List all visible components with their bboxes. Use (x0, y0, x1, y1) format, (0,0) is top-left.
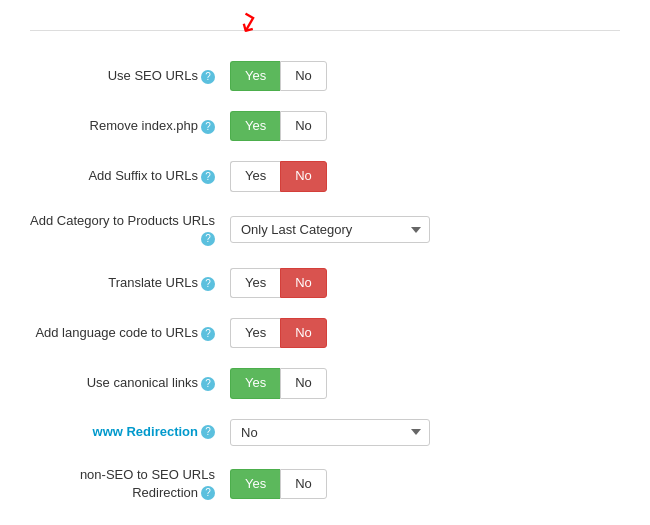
form-row-www-redirection: www Redirection?NoYes - add wwwYes - rem… (30, 409, 620, 456)
help-icon-www-redirection[interactable]: ? (201, 425, 215, 439)
form-container: Use SEO URLs?YesNoRemove index.php?YesNo… (30, 51, 620, 512)
no-btn-non-seo-redirection[interactable]: No (280, 469, 327, 499)
form-row-use-canonical-links: Use canonical links?YesNo (30, 358, 620, 408)
control-www-redirection: NoYes - add wwwYes - remove www (230, 419, 430, 446)
form-row-use-seo-urls: Use SEO URLs?YesNo (30, 51, 620, 101)
no-btn-add-suffix-urls[interactable]: No (280, 161, 327, 191)
label-text-remove-index-php: Remove index.php (90, 118, 198, 133)
yes-btn-add-suffix-urls[interactable]: Yes (230, 161, 280, 191)
help-icon-remove-index-php[interactable]: ? (201, 120, 215, 134)
help-icon-use-seo-urls[interactable]: ? (201, 70, 215, 84)
label-non-seo-redirection: non-SEO to SEO URLs Redirection? (30, 466, 230, 502)
control-translate-urls: YesNo (230, 268, 327, 298)
yes-btn-add-language-code[interactable]: Yes (230, 318, 280, 348)
label-text-use-canonical-links: Use canonical links (87, 375, 198, 390)
label-text-add-language-code: Add language code to URLs (35, 325, 198, 340)
label-www-redirection: www Redirection? (30, 423, 230, 441)
yes-btn-use-canonical-links[interactable]: Yes (230, 368, 280, 398)
label-text-add-suffix-urls: Add Suffix to URLs (88, 168, 198, 183)
label-add-suffix-urls: Add Suffix to URLs? (30, 167, 230, 185)
help-icon-add-language-code[interactable]: ? (201, 327, 215, 341)
control-add-language-code: YesNo (230, 318, 327, 348)
yes-btn-remove-index-php[interactable]: Yes (230, 111, 280, 141)
page-title (30, 20, 620, 31)
yes-btn-use-seo-urls[interactable]: Yes (230, 61, 280, 91)
no-btn-use-canonical-links[interactable]: No (280, 368, 327, 398)
label-text-use-seo-urls: Use SEO URLs (108, 68, 198, 83)
yes-btn-translate-urls[interactable]: Yes (230, 268, 280, 298)
label-text-add-category-products: Add Category to Products URLs (30, 213, 215, 228)
select-add-category-products[interactable]: Only Last CategoryFull Category PathNo C… (230, 216, 430, 243)
label-text-non-seo-redirection: non-SEO to SEO URLs Redirection (80, 467, 215, 500)
control-add-category-products: Only Last CategoryFull Category PathNo C… (230, 216, 430, 243)
btn-group-add-suffix-urls: YesNo (230, 161, 327, 191)
control-remove-index-php: YesNo (230, 111, 327, 141)
help-icon-non-seo-redirection[interactable]: ? (201, 486, 215, 500)
help-icon-add-suffix-urls[interactable]: ? (201, 170, 215, 184)
control-add-suffix-urls: YesNo (230, 161, 327, 191)
btn-group-use-seo-urls: YesNo (230, 61, 327, 91)
help-icon-use-canonical-links[interactable]: ? (201, 377, 215, 391)
label-text-www-redirection: www Redirection (93, 424, 198, 439)
no-btn-remove-index-php[interactable]: No (280, 111, 327, 141)
label-remove-index-php: Remove index.php? (30, 117, 230, 135)
label-use-seo-urls: Use SEO URLs? (30, 67, 230, 85)
control-non-seo-redirection: YesNo (230, 469, 327, 499)
label-use-canonical-links: Use canonical links? (30, 374, 230, 392)
no-btn-use-seo-urls[interactable]: No (280, 61, 327, 91)
label-translate-urls: Translate URLs? (30, 274, 230, 292)
btn-group-add-language-code: YesNo (230, 318, 327, 348)
control-use-canonical-links: YesNo (230, 368, 327, 398)
help-icon-add-category-products[interactable]: ? (201, 232, 215, 246)
no-btn-translate-urls[interactable]: No (280, 268, 327, 298)
label-add-category-products: Add Category to Products URLs? (30, 212, 230, 248)
form-row-non-seo-redirection: non-SEO to SEO URLs Redirection?YesNo (30, 456, 620, 512)
control-use-seo-urls: YesNo (230, 61, 327, 91)
yes-btn-non-seo-redirection[interactable]: Yes (230, 469, 280, 499)
form-row-add-suffix-urls: Add Suffix to URLs?YesNo (30, 151, 620, 201)
select-www-redirection[interactable]: NoYes - add wwwYes - remove www (230, 419, 430, 446)
label-add-language-code: Add language code to URLs? (30, 324, 230, 342)
form-row-add-language-code: Add language code to URLs?YesNo (30, 308, 620, 358)
help-icon-translate-urls[interactable]: ? (201, 277, 215, 291)
no-btn-add-language-code[interactable]: No (280, 318, 327, 348)
btn-group-non-seo-redirection: YesNo (230, 469, 327, 499)
form-row-add-category-products: Add Category to Products URLs?Only Last … (30, 202, 620, 258)
btn-group-use-canonical-links: YesNo (230, 368, 327, 398)
label-text-translate-urls: Translate URLs (108, 275, 198, 290)
form-row-translate-urls: Translate URLs?YesNo (30, 258, 620, 308)
btn-group-translate-urls: YesNo (230, 268, 327, 298)
btn-group-remove-index-php: YesNo (230, 111, 327, 141)
form-row-remove-index-php: Remove index.php?YesNo (30, 101, 620, 151)
